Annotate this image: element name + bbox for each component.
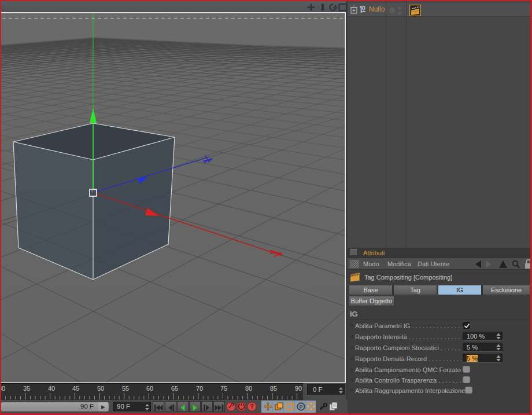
svg-text:P: P <box>299 404 302 410</box>
svg-text:?: ? <box>250 403 253 410</box>
svg-text:0: 0 <box>362 5 365 12</box>
